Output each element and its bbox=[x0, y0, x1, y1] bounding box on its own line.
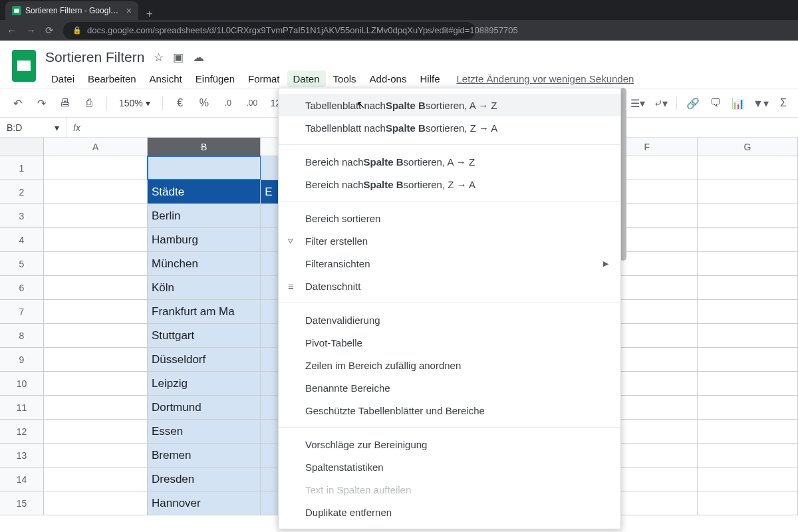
undo-icon[interactable]: ↶ bbox=[8, 94, 27, 112]
cell[interactable] bbox=[698, 252, 798, 275]
menu-tools[interactable]: Tools bbox=[327, 70, 362, 87]
document-title[interactable]: Sortieren Filtern bbox=[45, 49, 144, 65]
create-filter[interactable]: ▿Filter erstellen bbox=[279, 229, 620, 252]
browser-tab[interactable]: Sortieren Filtern - Google Tabelle × bbox=[5, 1, 138, 20]
cell[interactable]: Düsseldorf bbox=[148, 348, 261, 371]
cell[interactable]: Hamburg bbox=[148, 228, 261, 251]
cell[interactable] bbox=[698, 180, 798, 203]
cell[interactable]: Stuttgart bbox=[148, 324, 261, 347]
cell[interactable]: Essen bbox=[148, 420, 261, 443]
protected-sheets[interactable]: Geschützte Tabellenblätter und Bereiche bbox=[279, 399, 620, 422]
column-stats[interactable]: Spaltenstatistiken bbox=[279, 456, 620, 478]
sheets-logo[interactable] bbox=[12, 50, 39, 86]
row-header[interactable]: 2 bbox=[0, 180, 44, 203]
cell[interactable] bbox=[698, 420, 798, 443]
row-header[interactable]: 9 bbox=[0, 348, 44, 371]
menu-format[interactable]: Format bbox=[242, 70, 286, 87]
menu-daten[interactable]: Daten bbox=[287, 70, 326, 87]
cell[interactable] bbox=[698, 396, 798, 419]
cell[interactable]: Köln bbox=[148, 276, 261, 299]
cell[interactable] bbox=[44, 180, 148, 203]
cell[interactable]: Dortmund bbox=[148, 396, 261, 419]
zoom-select[interactable]: 150% ▾ bbox=[115, 98, 154, 108]
cleanup-suggestions[interactable]: Vorschläge zur Bereinigung bbox=[279, 433, 620, 456]
wrap-icon[interactable]: ⤶▾ bbox=[651, 94, 670, 112]
cell[interactable] bbox=[698, 204, 798, 227]
sort-sheet-az[interactable]: Tabellenblatt nach Spalte B sortieren, A… bbox=[279, 94, 620, 116]
named-ranges[interactable]: Benannte Bereiche bbox=[279, 376, 620, 399]
new-tab-button[interactable]: + bbox=[138, 8, 160, 20]
cell[interactable]: Dresden bbox=[148, 467, 261, 491]
cell[interactable] bbox=[698, 372, 798, 395]
menu-addons[interactable]: Add-ons bbox=[364, 70, 413, 87]
menu-einfuegen[interactable]: Einfügen bbox=[190, 70, 241, 87]
menu-ansicht[interactable]: Ansicht bbox=[144, 70, 188, 87]
move-icon[interactable]: ▣ bbox=[173, 51, 184, 65]
cell[interactable] bbox=[698, 300, 798, 323]
cell[interactable] bbox=[44, 444, 148, 467]
cell[interactable]: Berlin bbox=[148, 204, 261, 227]
cell[interactable]: Bremen bbox=[148, 444, 261, 467]
comment-icon[interactable]: 🗨 bbox=[706, 94, 725, 112]
sort-range-az[interactable]: Bereich nach Spalte B sortieren, A → Z bbox=[279, 150, 620, 173]
row-header[interactable]: 6 bbox=[0, 276, 44, 299]
percent-icon[interactable]: % bbox=[195, 94, 213, 112]
valign-icon[interactable]: ☰▾ bbox=[628, 94, 647, 112]
slicer[interactable]: ≡Datenschnitt bbox=[279, 275, 620, 297]
data-validation[interactable]: Datenvalidierung bbox=[279, 309, 620, 331]
cell[interactable] bbox=[698, 156, 798, 180]
print-icon[interactable]: 🖶 bbox=[56, 94, 74, 112]
cell[interactable]: Hannover bbox=[148, 491, 261, 515]
row-header[interactable]: 5 bbox=[0, 252, 44, 275]
cell[interactable] bbox=[44, 348, 148, 371]
col-header-A[interactable]: A bbox=[44, 138, 148, 156]
row-header[interactable]: 15 bbox=[0, 491, 44, 515]
cell[interactable] bbox=[44, 300, 148, 323]
forward-icon[interactable]: → bbox=[26, 25, 36, 36]
star-icon[interactable]: ☆ bbox=[154, 51, 164, 65]
back-icon[interactable]: ← bbox=[7, 25, 17, 36]
cell[interactable] bbox=[44, 467, 148, 491]
link-icon[interactable]: 🔗 bbox=[684, 94, 702, 112]
cell[interactable] bbox=[698, 467, 798, 491]
row-header[interactable]: 14 bbox=[0, 467, 44, 491]
cell[interactable] bbox=[698, 228, 798, 251]
cell[interactable] bbox=[44, 324, 148, 347]
cell[interactable] bbox=[44, 372, 148, 395]
close-tab-icon[interactable]: × bbox=[126, 5, 132, 16]
col-header-G[interactable]: G bbox=[698, 138, 798, 156]
functions-icon[interactable]: Σ bbox=[774, 94, 793, 112]
row-header[interactable]: 10 bbox=[0, 372, 44, 395]
menu-hilfe[interactable]: Hilfe bbox=[414, 70, 446, 87]
cell[interactable] bbox=[698, 324, 798, 347]
remove-duplicates[interactable]: Duplikate entfernen bbox=[279, 501, 620, 523]
row-header[interactable]: 1 bbox=[0, 156, 44, 180]
pivot-table[interactable]: Pivot-Tabelle bbox=[279, 331, 620, 354]
cell[interactable] bbox=[44, 396, 148, 419]
menu-bearbeiten[interactable]: Bearbeiten bbox=[82, 70, 142, 87]
cell[interactable] bbox=[44, 156, 148, 180]
redo-icon[interactable]: ↷ bbox=[32, 94, 51, 112]
last-edit-link[interactable]: Letzte Änderung vor wenigen Sekunden bbox=[456, 73, 634, 84]
row-header[interactable]: 13 bbox=[0, 444, 44, 467]
currency-icon[interactable]: € bbox=[171, 94, 190, 112]
row-header[interactable]: 8 bbox=[0, 324, 44, 347]
cell[interactable] bbox=[44, 276, 148, 299]
cell[interactable]: Frankfurt am Ma bbox=[148, 300, 261, 323]
cell[interactable]: Leipzig bbox=[148, 372, 261, 395]
address-bar[interactable]: 🔒 docs.google.com/spreadsheets/d/1L0CRXr… bbox=[63, 22, 475, 39]
name-box[interactable]: B:D▾ bbox=[0, 118, 66, 137]
cell[interactable] bbox=[698, 444, 798, 467]
cell[interactable] bbox=[44, 252, 148, 275]
increase-decimal-icon[interactable]: .00 bbox=[243, 94, 261, 112]
sort-range-za[interactable]: Bereich nach Spalte B sortieren, Z → A bbox=[279, 173, 620, 196]
cloud-status-icon[interactable]: ☁ bbox=[193, 51, 204, 65]
cell[interactable] bbox=[698, 348, 798, 371]
sort-sheet-za[interactable]: Tabellenblatt nach Spalte B sortieren, Z… bbox=[279, 116, 620, 139]
col-header-B[interactable]: B bbox=[148, 138, 261, 156]
row-header[interactable]: 11 bbox=[0, 396, 44, 419]
filter-views[interactable]: Filteransichten▶ bbox=[279, 252, 620, 275]
cell[interactable] bbox=[698, 491, 798, 515]
paint-format-icon[interactable]: ⎙ bbox=[80, 94, 98, 112]
cell[interactable] bbox=[44, 228, 148, 251]
